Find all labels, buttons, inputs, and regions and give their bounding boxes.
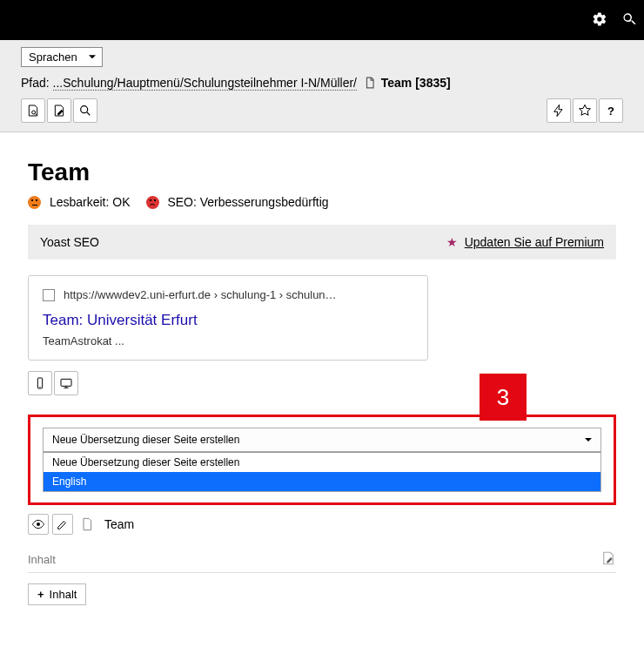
status-row: Lesbarkeit: OK SEO: Verbesserungsbedürft… (28, 195, 616, 209)
breadcrumb-label: Pfad: (21, 76, 50, 90)
yoast-bar: Yoast SEO ★ Updaten Sie auf Premium (28, 225, 616, 260)
translation-select[interactable]: Neue Übersetzung dieser Seite erstellen (43, 428, 601, 452)
snippet-checkbox[interactable] (43, 289, 55, 301)
svg-point-5 (37, 523, 40, 526)
translation-option[interactable]: Neue Übersetzung dieser Seite erstellen (44, 453, 600, 472)
search-icon[interactable] (621, 11, 637, 30)
subnode-row: Team (28, 514, 616, 535)
plus-icon: + (37, 588, 44, 601)
edit-icon[interactable] (52, 514, 73, 535)
svg-point-1 (81, 106, 88, 113)
app-topbar (0, 0, 644, 40)
gear-icon[interactable] (592, 11, 607, 30)
mobile-preview-button[interactable] (28, 371, 52, 395)
content-edit-icon[interactable] (600, 550, 616, 569)
translation-select-options: Neue Übersetzung dieser Seite erstellen … (43, 452, 601, 492)
search-button[interactable] (73, 98, 97, 123)
translation-dropdown-area: 3 Neue Übersetzung dieser Seite erstelle… (28, 415, 616, 505)
yoast-premium-link[interactable]: ★ Updaten Sie auf Premium (446, 235, 604, 249)
star-icon: ★ (446, 235, 458, 249)
chevron-down-icon (585, 438, 592, 445)
view-page-button[interactable] (21, 98, 45, 123)
clear-cache-button[interactable] (547, 98, 571, 123)
seo-status: SEO: Verbesserungsbedürftig (146, 195, 329, 209)
breadcrumb: Pfad: ...Schulung/Hauptmenü/Schulungstei… (21, 76, 623, 91)
help-button[interactable]: ? (599, 98, 623, 123)
language-select[interactable]: Sprachen (21, 47, 103, 67)
edit-page-button[interactable] (47, 98, 71, 123)
device-preview-tabs (28, 371, 616, 395)
snippet-preview: https://wwwdev2.uni-erfurt.de › schulung… (28, 275, 428, 361)
translation-select-value: Neue Übersetzung dieser Seite erstellen (52, 434, 239, 446)
view-icon[interactable] (28, 514, 49, 535)
snippet-title[interactable]: Team: Universität Erfurt (43, 312, 413, 329)
svg-point-3 (39, 387, 40, 388)
page-toolbar: ? (21, 91, 623, 131)
yoast-title: Yoast SEO (40, 235, 99, 249)
sub-header: Sprachen Pfad: ...Schulung/Hauptmenü/Sch… (0, 40, 644, 132)
snippet-description: TeamAstrokat ... (43, 334, 413, 347)
content-heading: Inhalt (28, 553, 56, 566)
add-content-button[interactable]: + Inhalt (28, 583, 86, 605)
main-content: Team Lesbarkeit: OK SEO: Verbesserungsbe… (0, 132, 644, 623)
page-icon (364, 77, 376, 91)
snippet-url: https://wwwdev2.uni-erfurt.de › schulung… (64, 288, 337, 301)
seo-bad-icon (146, 196, 159, 209)
desktop-preview-button[interactable] (54, 371, 78, 395)
badge-holder: 3 Neue Übersetzung dieser Seite erstelle… (28, 371, 616, 505)
page-icon (77, 514, 97, 535)
translation-option[interactable]: English (44, 472, 600, 491)
subnode-label: Team (104, 517, 134, 531)
page-title: Team (28, 158, 616, 186)
readability-status: Lesbarkeit: OK (28, 195, 131, 209)
annotation-badge: 3 (480, 374, 527, 421)
breadcrumb-path[interactable]: ...Schulung/Hauptmenü/Schulungsteilnehme… (53, 76, 357, 91)
svg-point-0 (32, 111, 36, 114)
add-content-label: Inhalt (50, 588, 77, 601)
bookmark-button[interactable] (573, 98, 597, 123)
content-section-header: Inhalt (28, 550, 616, 573)
breadcrumb-current: Team [3835] (381, 76, 451, 90)
readability-ok-icon (28, 196, 41, 209)
svg-rect-4 (61, 379, 71, 386)
